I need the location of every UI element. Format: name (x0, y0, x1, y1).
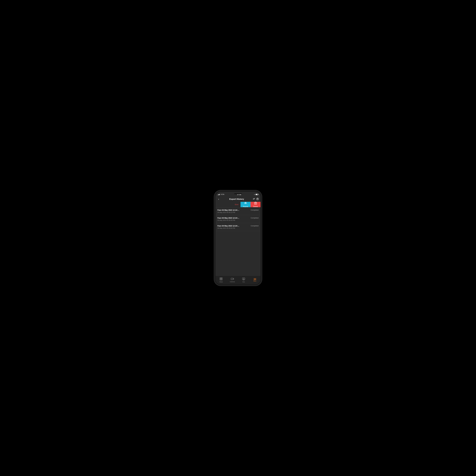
row-status-1: Completed (251, 217, 258, 219)
row-actions: Repeat (240, 202, 261, 207)
tab-views-label: Views (220, 281, 223, 283)
battery-fill (256, 194, 257, 195)
row-content-1: Face 04 May 2023 12:24:... 04 May 2023 0… (215, 215, 261, 223)
row-title-0: Face 04 May 2023 12:24:... (218, 209, 239, 211)
row-left-2: Face 04 May 2023 12:24:... 04 May 2023 0… (218, 225, 239, 229)
more-line-1 (254, 278, 256, 279)
sort-button[interactable] (253, 198, 255, 201)
row-content-2: Face 04 May 2023 12:24:... 04 May 2023 0… (215, 223, 261, 231)
tab-more[interactable]: More (249, 278, 261, 282)
svg-rect-14 (221, 278, 222, 279)
phone-inner: YOTA 17:32 ⊙ ‹ Export History (215, 192, 261, 284)
delete-action-button[interactable]: Delete (251, 202, 261, 207)
repeat-action-label: Repeat (243, 205, 248, 207)
svg-point-19 (243, 278, 244, 279)
delete-button[interactable] (256, 198, 258, 201)
row-title-1: Face 04 May 2023 12:24:... (218, 217, 239, 219)
tab-more-label: More (254, 280, 256, 282)
nav-bar: ‹ Export History (215, 196, 261, 202)
export-row-2[interactable]: Face 04 May 2023 12:24:... 04 May 2023 0… (215, 223, 261, 231)
carrier-label: YOTA (221, 194, 224, 195)
more-line-2 (254, 279, 256, 279)
row-date-0: 04 May 2023 05:30:23 PM (218, 212, 239, 213)
signal-bar-4 (220, 194, 220, 195)
svg-rect-13 (220, 278, 221, 279)
speaker (234, 193, 242, 194)
row-status-0: Completed (251, 209, 258, 211)
row-status-error: Error (235, 204, 238, 205)
tab-bar: Views Cameras (215, 276, 261, 284)
delete-action-icon (254, 202, 257, 205)
more-icon (254, 278, 256, 280)
back-button[interactable]: ‹ (218, 197, 220, 201)
tab-cameras-label: Cameras (230, 281, 235, 282)
row-status-2: Completed (251, 225, 258, 227)
signal-bars (218, 194, 220, 195)
location-icon: ⊙ (254, 194, 255, 195)
tab-eva-label: Eva (242, 281, 245, 283)
export-row-0[interactable]: Face 04 May 2023 12:24:... 04 May 2023 0… (215, 207, 261, 215)
tab-views[interactable]: Views (215, 277, 227, 283)
phone-screen: YOTA 17:32 ⊙ ‹ Export History (215, 192, 261, 284)
status-left: YOTA (218, 194, 224, 195)
export-row-swiped[interactable]: Repeat (215, 202, 261, 207)
svg-rect-16 (221, 279, 222, 280)
row-content-0: Face 04 May 2023 12:24:... 04 May 2023 0… (215, 207, 261, 215)
page-title: Export History (221, 198, 253, 200)
cameras-icon (231, 278, 234, 281)
svg-rect-15 (220, 279, 221, 280)
repeat-icon (244, 202, 247, 205)
signal-bar-2 (218, 194, 219, 195)
repeat-action-button[interactable]: Repeat (240, 202, 251, 207)
export-row-1[interactable]: Face 04 May 2023 12:24:... 04 May 2023 0… (215, 215, 261, 223)
delete-action-label: Delete (253, 205, 258, 207)
phone-device: YOTA 17:32 ⊙ ‹ Export History (214, 190, 262, 286)
row-title-2: Face 04 May 2023 12:24:... (218, 225, 239, 227)
svg-rect-17 (231, 278, 233, 280)
status-right: ⊙ (254, 194, 258, 195)
views-icon (220, 277, 222, 281)
row-date-1: 04 May 2023 05:30:00 PM (218, 220, 239, 221)
eva-icon (242, 277, 245, 281)
svg-rect-9 (255, 202, 257, 204)
signal-bar-1 (218, 195, 218, 195)
svg-rect-0 (257, 198, 258, 200)
tab-cameras[interactable]: Cameras (227, 278, 238, 282)
row-main-swiped: Error (215, 202, 240, 207)
more-line-3 (254, 280, 256, 280)
signal-bar-3 (219, 194, 219, 195)
row-left-0: Face 04 May 2023 12:24:... 04 May 2023 0… (218, 209, 239, 213)
row-date-2: 04 May 2023 05:29:50 PM (218, 227, 239, 229)
tab-eva[interactable]: Eva (238, 277, 249, 283)
battery-indicator (255, 194, 258, 195)
content-area: Repeat (215, 202, 261, 276)
row-left-1: Face 04 May 2023 12:24:... 04 May 2023 0… (218, 217, 239, 221)
svg-rect-18 (242, 278, 245, 280)
nav-icons (253, 198, 258, 201)
